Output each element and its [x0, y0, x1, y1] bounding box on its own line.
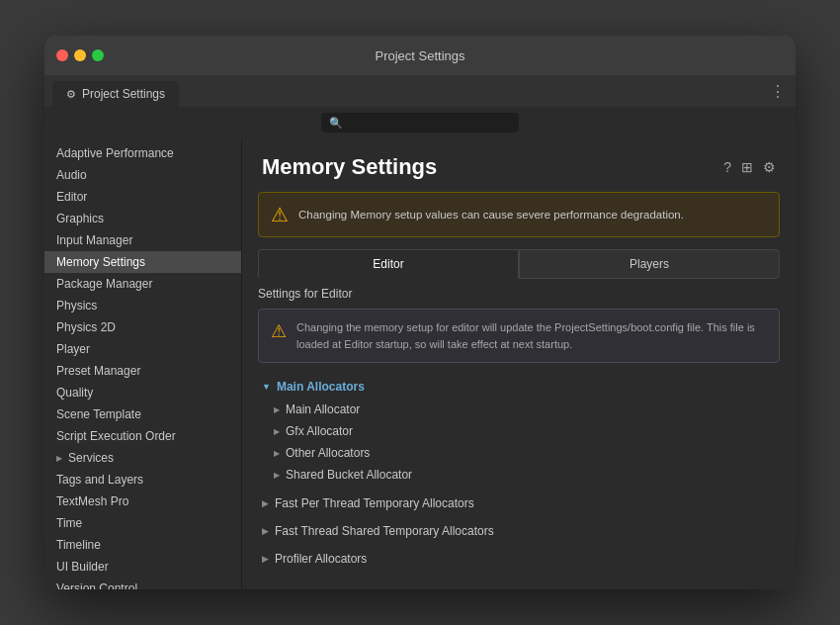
sidebar-item-physics[interactable]: Physics	[44, 295, 241, 316]
shared-bucket-allocator-item[interactable]: ▶ Shared Bucket Allocator	[258, 464, 780, 486]
fast-per-thread-arrow: ▶	[262, 498, 269, 508]
project-settings-tab[interactable]: ⚙ Project Settings	[52, 81, 179, 107]
main-allocators-header[interactable]: ▼ Main Allocators	[258, 375, 780, 399]
sidebar-item-graphics[interactable]: Graphics	[44, 208, 241, 229]
content-header: Memory Settings ? ⊞ ⚙	[242, 138, 796, 188]
warning-triangle-icon: ⚠	[271, 203, 289, 226]
traffic-lights	[56, 49, 104, 61]
profiler-allocators-section[interactable]: ▶ Profiler Allocators	[258, 547, 780, 571]
sidebar-item-timeline[interactable]: Timeline	[44, 534, 241, 556]
sidebar-item-input-manager[interactable]: Input Manager	[44, 229, 241, 251]
info-banner: ⚠ Changing the memory setup for editor w…	[258, 309, 780, 363]
sidebar-item-package-manager[interactable]: Package Manager	[44, 273, 241, 295]
sidebar-item-time[interactable]: Time	[44, 512, 241, 534]
search-input[interactable]	[348, 116, 506, 130]
tab-players[interactable]: Players	[519, 249, 780, 279]
settings-icon[interactable]: ⚙	[763, 159, 776, 175]
sidebar-item-adaptive-performance[interactable]: Adaptive Performance	[44, 142, 241, 164]
sidebar-item-physics-2d[interactable]: Physics 2D	[44, 316, 241, 338]
tab-label: Project Settings	[82, 87, 165, 101]
help-icon[interactable]: ?	[723, 159, 731, 175]
titlebar: Project Settings	[44, 36, 796, 75]
project-settings-window: Project Settings ⚙ Project Settings ⋮ 🔍 …	[44, 36, 796, 589]
other-allocators-item[interactable]: ▶ Other Allocators	[258, 442, 780, 464]
content-area: Memory Settings ? ⊞ ⚙ ⚠ Changing Memory …	[242, 138, 796, 589]
tab-bar: ⚙ Project Settings ⋮	[44, 75, 796, 107]
settings-for-label: Settings for Editor	[258, 287, 780, 301]
warning-banner: ⚠ Changing Memory setup values can cause…	[258, 192, 780, 237]
warning-message: Changing Memory setup values can cause s…	[298, 209, 684, 221]
shared-bucket-arrow: ▶	[274, 471, 280, 480]
main-allocators-section: ▼ Main Allocators ▶ Main Allocator ▶ Gfx…	[258, 375, 780, 486]
gfx-allocator-arrow: ▶	[274, 427, 280, 436]
fast-thread-shared-arrow: ▶	[262, 526, 269, 536]
page-title: Memory Settings	[262, 154, 437, 180]
profiler-allocators-arrow: ▶	[262, 554, 269, 564]
sidebar-item-version-control[interactable]: Version Control	[44, 578, 241, 589]
layout-icon[interactable]: ⊞	[741, 159, 753, 175]
gear-tab-icon: ⚙	[66, 88, 76, 101]
close-button[interactable]	[56, 49, 68, 61]
gfx-allocator-item[interactable]: ▶ Gfx Allocator	[258, 420, 780, 442]
sidebar-item-services[interactable]: Services	[44, 447, 241, 469]
sidebar: Adaptive Performance Audio Editor Graphi…	[44, 138, 242, 589]
maximize-button[interactable]	[92, 49, 104, 61]
header-icons: ? ⊞ ⚙	[723, 159, 776, 175]
fast-thread-shared-section[interactable]: ▶ Fast Thread Shared Temporary Allocator…	[258, 519, 780, 543]
sidebar-item-tags-and-layers[interactable]: Tags and Layers	[44, 469, 241, 491]
other-allocators-arrow: ▶	[274, 449, 280, 458]
sidebar-item-scene-template[interactable]: Scene Template	[44, 403, 241, 425]
main-allocators-label: Main Allocators	[277, 380, 365, 394]
content-tabs-row: Editor Players	[258, 249, 780, 279]
sidebar-item-editor[interactable]: Editor	[44, 186, 241, 208]
search-bar: 🔍	[44, 107, 796, 138]
sidebar-item-preset-manager[interactable]: Preset Manager	[44, 360, 241, 382]
sidebar-item-quality[interactable]: Quality	[44, 382, 241, 403]
sidebar-item-audio[interactable]: Audio	[44, 164, 241, 186]
tab-editor[interactable]: Editor	[258, 249, 519, 279]
sidebar-item-ui-builder[interactable]: UI Builder	[44, 556, 241, 578]
info-warning-icon: ⚠	[271, 320, 287, 342]
search-icon: 🔍	[329, 117, 343, 130]
sidebar-item-textmesh-pro[interactable]: TextMesh Pro	[44, 491, 241, 512]
info-message: Changing the memory setup for editor wil…	[296, 319, 767, 352]
minimize-button[interactable]	[74, 49, 86, 61]
main-allocator-item[interactable]: ▶ Main Allocator	[258, 399, 780, 420]
main-allocator-arrow: ▶	[274, 405, 280, 414]
sidebar-item-script-execution-order[interactable]: Script Execution Order	[44, 425, 241, 447]
sidebar-item-player[interactable]: Player	[44, 338, 241, 360]
main-allocators-arrow: ▼	[262, 382, 271, 392]
window-title: Project Settings	[375, 48, 464, 63]
main-area: Adaptive Performance Audio Editor Graphi…	[44, 138, 796, 589]
search-wrap: 🔍	[321, 113, 519, 133]
sidebar-item-memory-settings[interactable]: Memory Settings	[44, 251, 241, 273]
fast-per-thread-section[interactable]: ▶ Fast Per Thread Temporary Allocators	[258, 491, 780, 515]
menu-dots-icon[interactable]: ⋮	[770, 82, 786, 101]
